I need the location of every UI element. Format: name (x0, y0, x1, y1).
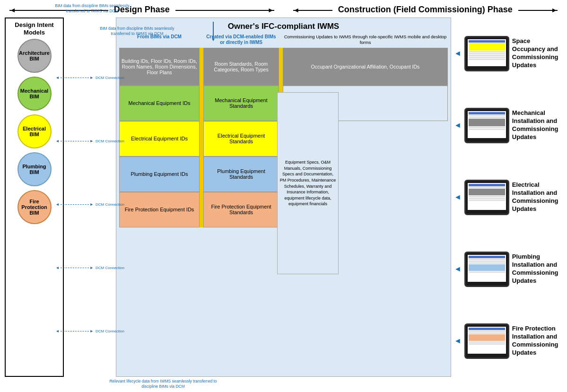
mechanical-label: Mechanical Installation and Commissionin… (512, 109, 562, 141)
architecture-dcm-connection: ◄ ► DCM Connection (55, 75, 124, 80)
fire-commissioning-item: ◄ Fire Protection Installation and Commi… (454, 323, 562, 359)
electrical-commissioning-item: ◄ Electrical Installation and Commission… (454, 180, 562, 215)
iwms-title: Owner's IFC-compliant IWMS (119, 22, 448, 31)
fire-tablet (464, 323, 509, 359)
top-annotation: BIM data from discipline BIMs seamlessly… (45, 3, 140, 14)
plumbing-bim: Plumbing BIM (17, 152, 52, 186)
mechanical-commissioning-item: ◄ Mechanical Installation and Commission… (454, 108, 562, 143)
electrical-bim: Electrical BIM (17, 114, 52, 148)
plumbing-dcm-connection: ◄ ► DCM Connection (55, 265, 124, 270)
left-arrow-space: ◄ (454, 49, 462, 58)
main-container: ◄ ► Design Phase ◄ ► Construction (Field… (0, 0, 567, 392)
left-arrow-mechanical: ◄ (454, 121, 462, 130)
space-label: Space Occupancy and Commissioning Update… (512, 37, 562, 70)
left-arrow-fire: ◄ (454, 337, 462, 345)
plumbing-tablet (464, 252, 509, 287)
plumbing-commissioning-item: ◄ Plumbing Installation and Commissionin… (454, 252, 562, 287)
left-arrow-electrical: ◄ (454, 193, 462, 201)
commissioning-header: Commissioning Updates to IWMS through ro… (283, 34, 448, 46)
construction-phase-label: Construction (Field Commissioning) Phase (332, 5, 518, 15)
fire-protection-bim: Fire Protection BIM (17, 190, 52, 224)
fire-label: Fire Protection Installation and Commiss… (512, 325, 562, 357)
design-intent-panel: Design Intent Models Architecture BIM Me… (5, 17, 64, 377)
space-tablet (464, 36, 509, 71)
mechanical-dcm-connection: ◄ ► DCM Connection (55, 139, 124, 143)
electrical-label: Electrical Installation and Commissionin… (512, 181, 562, 213)
mechanical-bim: Mechanical BIM (17, 77, 52, 111)
from-bims-header: From BIMs via DCM (119, 34, 200, 39)
right-panel: ◄ Space Occupancy and Commissioning Upda… (451, 17, 562, 377)
plumbing-label: Plumbing Installation and Commissioning … (512, 253, 562, 285)
electrical-tablet (464, 180, 509, 215)
electrical-dcm-connection: ◄ ► DCM Connection (55, 202, 124, 207)
mechanical-tablet (464, 108, 509, 143)
bottom-annotation-text: Relevant lifecycle data from IWMS seamle… (104, 379, 222, 389)
design-intent-title: Design Intent Models (8, 21, 61, 36)
space-row: Building IDs, Floor IDs, Room IDs, Room … (119, 48, 448, 86)
left-arrow-plumbing: ◄ (454, 265, 462, 273)
fire-dcm-connection: ◄ ► DCM Connection (55, 329, 124, 333)
connector-area: BIM data from discipline BIMs seamlessly… (64, 17, 116, 377)
equipment-specs-text: Equipment Specs, O&M Manuals, Commission… (277, 92, 339, 274)
architecture-bim: Architecture BIM (17, 39, 52, 73)
space-occupancy-item: ◄ Space Occupancy and Commissioning Upda… (454, 36, 562, 71)
